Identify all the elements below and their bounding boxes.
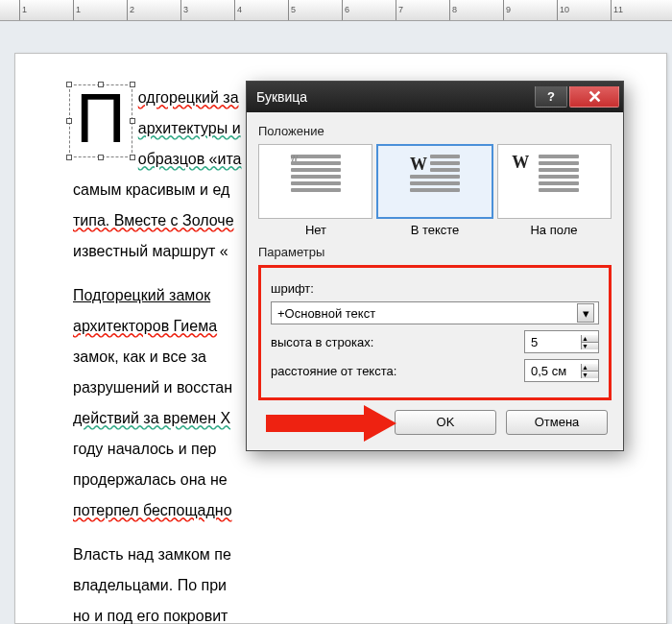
position-option-margin[interactable]: W — [497, 144, 612, 219]
text-line: Подгорецкий замок — [73, 287, 210, 303]
dropcap-frame[interactable]: П — [69, 84, 132, 157]
text-line: одгорецкий за — [138, 89, 239, 106]
height-label: высота в строках: — [271, 335, 448, 349]
text-line: разрушений и восстан — [73, 379, 232, 396]
text-line: архитекторов Гиема — [73, 318, 217, 334]
ruler-tick: 2 — [127, 0, 180, 20]
font-combobox[interactable]: +Основной текст ▾ — [271, 301, 599, 324]
text-line: замок, как и все за — [73, 348, 206, 365]
text-line: продержалась она не — [73, 471, 228, 488]
text-line: образцов «ита — [138, 151, 242, 167]
ruler-tick: 8 — [449, 0, 503, 20]
distance-spinner[interactable]: 0,5 см ▲ ▼ — [524, 359, 599, 382]
dialog-titlebar[interactable]: Буквица ? ✕ — [247, 82, 623, 112]
ruler-tick: 1 — [73, 0, 127, 20]
font-value: +Основной текст — [277, 306, 375, 321]
font-label: шрифт: — [271, 281, 448, 296]
chevron-down-icon: ▼ — [582, 372, 598, 378]
chevron-down-icon: ▼ — [582, 343, 598, 349]
ok-button[interactable]: OK — [395, 410, 496, 435]
spin-down-button[interactable]: ▼ — [582, 372, 598, 378]
annotation-arrow — [266, 415, 370, 432]
position-options: w W W — [258, 144, 612, 219]
close-button[interactable]: ✕ — [569, 86, 619, 108]
text-line: архитектуры и — [138, 120, 241, 136]
text-line: типа. Вместе с Золоче — [73, 212, 234, 228]
dialog-title: Буквица — [256, 89, 535, 105]
ruler-tick: 5 — [288, 0, 342, 20]
position-label-none: Нет — [258, 223, 373, 237]
position-option-none[interactable]: w — [258, 144, 372, 219]
text-line: владельцами. По при — [73, 577, 227, 593]
ruler-tick: 11 — [611, 0, 664, 20]
dropcap-dialog: Буквица ? ✕ Положение w W W — [246, 81, 624, 451]
height-spinner[interactable]: 5 ▲ ▼ — [524, 330, 599, 353]
spin-up-button[interactable]: ▲ — [582, 364, 598, 372]
spin-up-button[interactable]: ▲ — [582, 335, 598, 343]
ruler-tick: 10 — [557, 0, 611, 20]
params-section-label: Параметры — [258, 245, 612, 259]
text-line: известный маршрут « — [73, 243, 228, 259]
text-line: году началось и пер — [73, 441, 216, 457]
ruler-tick: 9 — [503, 0, 557, 20]
chevron-up-icon: ▲ — [582, 364, 598, 371]
position-section-label: Положение — [258, 124, 612, 138]
annotation-arrow-head — [364, 405, 396, 442]
ruler-tick: 3 — [180, 0, 234, 20]
chevron-up-icon: ▲ — [582, 335, 598, 342]
text-line: Власть над замком пе — [73, 546, 231, 563]
text-line: потерпел беспощадно — [73, 502, 232, 518]
ruler: 1 1 2 3 4 5 6 7 8 9 10 11 — [0, 0, 672, 21]
dropcap-letter: П — [76, 80, 126, 156]
help-button[interactable]: ? — [535, 86, 567, 108]
height-value: 5 — [531, 335, 581, 349]
text-line: самым красивым и ед — [73, 181, 229, 198]
dialog-footer: OK Отмена — [258, 400, 612, 439]
close-icon: ✕ — [588, 86, 602, 108]
position-label-intext: В тексте — [377, 223, 492, 237]
text-line: действий за времен X — [73, 410, 230, 426]
position-option-intext[interactable]: W — [376, 144, 492, 219]
ruler-tick: 1 — [19, 0, 73, 20]
position-label-margin: На поле — [496, 223, 612, 237]
spin-down-button[interactable]: ▼ — [582, 343, 598, 349]
chevron-down-icon: ▾ — [583, 306, 589, 321]
ruler-tick: 6 — [342, 0, 396, 20]
dropdown-button[interactable]: ▾ — [577, 303, 594, 323]
cancel-button[interactable]: Отмена — [506, 410, 608, 435]
parameters-group-highlight: шрифт: +Основной текст ▾ высота в строка… — [258, 265, 612, 400]
ruler-tick: 7 — [396, 0, 449, 20]
distance-label: расстояние от текста: — [271, 364, 448, 378]
distance-value: 0,5 см — [531, 364, 581, 378]
text-line: но и под его покровит — [73, 608, 228, 624]
ruler-tick: 4 — [234, 0, 288, 20]
